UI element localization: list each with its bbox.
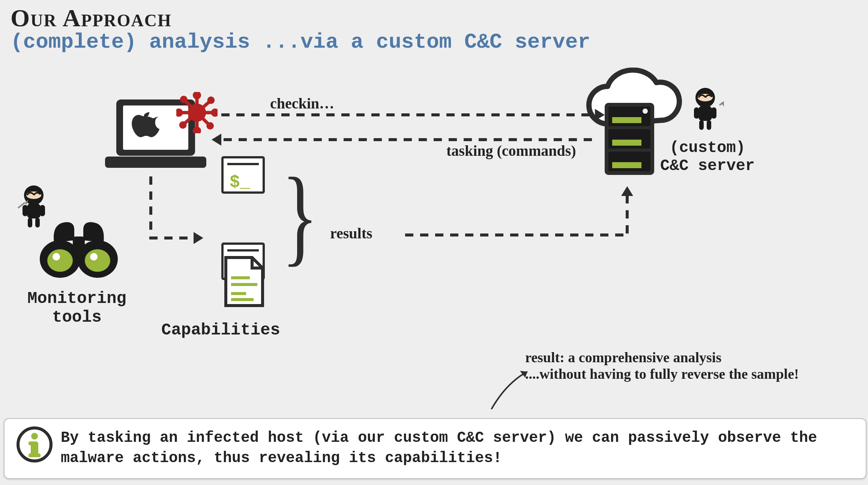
page-subtitle: (complete) analysis ...via a custom C&C …: [11, 30, 590, 54]
svg-rect-60: [698, 106, 712, 121]
svg-point-13: [194, 128, 199, 133]
results-arrow-head: [621, 186, 633, 196]
svg-rect-2: [105, 157, 206, 168]
results-line-v: [626, 195, 629, 236]
svg-rect-61: [694, 107, 699, 119]
capabilities-label: Capabilities: [161, 321, 280, 339]
svg-point-17: [176, 110, 181, 115]
svg-point-31: [47, 249, 73, 272]
svg-rect-25: [28, 218, 32, 227]
svg-rect-55: [612, 117, 641, 123]
svg-rect-71: [29, 441, 36, 445]
svg-point-15: [181, 123, 185, 127]
info-text: By tasking an infected host (via our cus…: [61, 428, 854, 468]
monitoring-tools-line2: tools: [15, 308, 139, 327]
svg-point-69: [31, 433, 38, 440]
svg-point-19: [182, 97, 186, 101]
callout-line1: result: a comprehensive analysis: [525, 349, 799, 366]
ninja-icon: [686, 86, 724, 131]
tasking-arrow-line: [224, 138, 599, 141]
svg-rect-48: [231, 292, 246, 295]
curly-brace-icon: }: [282, 161, 318, 270]
svg-point-11: [208, 124, 212, 128]
svg-point-7: [209, 98, 213, 102]
svg-marker-67: [520, 371, 527, 378]
svg-point-9: [213, 110, 218, 115]
document-icon: [224, 255, 265, 308]
callout-arrow-icon: [484, 364, 536, 417]
svg-rect-47: [231, 283, 257, 286]
svg-rect-35: [73, 236, 85, 252]
callout-text: result: a comprehensive analysis ....wit…: [525, 349, 799, 382]
laptop-to-capabilities-h: [149, 236, 194, 239]
checkin-arrow-head: [595, 109, 605, 121]
svg-rect-53: [608, 152, 650, 171]
server-rack-icon: [603, 101, 656, 176]
monitoring-tools-line1: Monitoring: [15, 289, 139, 308]
cc-server-line1: (custom): [660, 139, 755, 157]
svg-rect-72: [29, 453, 41, 457]
svg-rect-57: [612, 162, 641, 168]
header: Our Approach (complete) analysis ...via …: [11, 4, 590, 54]
svg-point-32: [85, 249, 110, 272]
svg-rect-56: [612, 140, 641, 146]
svg-rect-62: [711, 107, 716, 119]
svg-point-33: [53, 253, 60, 261]
svg-point-34: [90, 253, 98, 261]
results-line-h: [405, 233, 626, 236]
info-icon: [16, 426, 53, 463]
monitoring-tools-label: Monitoring tools: [15, 289, 139, 327]
svg-rect-49: [231, 298, 254, 301]
svg-rect-46: [231, 276, 250, 279]
callout-line2: ....without having to fully reverse the …: [525, 366, 799, 382]
results-label: results: [330, 224, 372, 242]
checkin-arrow-line: [221, 113, 596, 116]
laptop-to-capabilities-v: [149, 176, 152, 236]
cc-server-label: (custom) C&C server: [660, 139, 755, 175]
terminal-icon: $_: [221, 156, 265, 194]
cc-server-line2: C&C server: [660, 157, 755, 175]
svg-rect-64: [707, 120, 711, 130]
virus-icon: [176, 92, 218, 133]
svg-rect-23: [23, 205, 28, 216]
svg-rect-52: [608, 129, 650, 149]
checkin-label: checkin…: [270, 95, 334, 112]
tasking-label: tasking (commands): [446, 142, 576, 160]
page-title: Our Approach: [11, 4, 590, 32]
svg-point-5: [194, 93, 199, 98]
tasking-arrow-head: [212, 134, 221, 146]
svg-point-54: [643, 108, 648, 114]
binoculars-icon: [38, 210, 120, 285]
info-box: By tasking an infected host (via our cus…: [4, 418, 866, 479]
svg-rect-63: [699, 120, 704, 130]
laptop-to-capabilities-head: [194, 232, 203, 244]
